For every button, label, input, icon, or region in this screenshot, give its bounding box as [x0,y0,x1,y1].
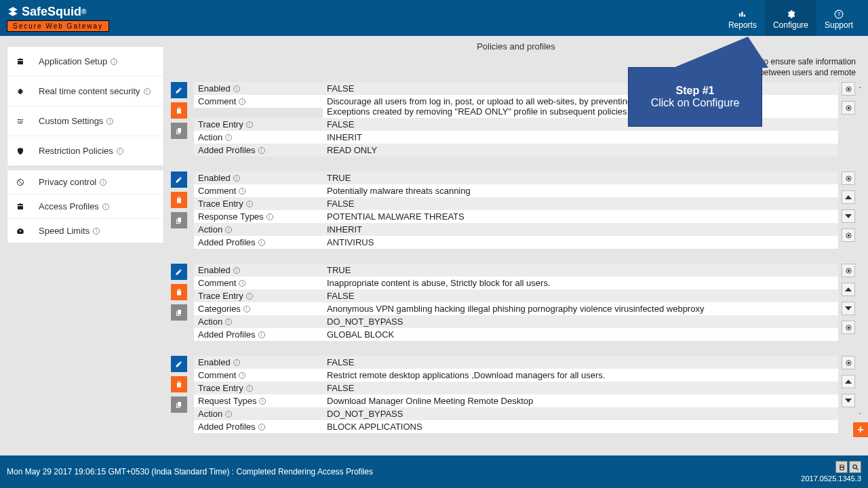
info-icon: i [258,239,265,246]
field-label: Added Profiles i [194,236,323,249]
delete-button[interactable] [171,284,187,300]
target-icon [845,104,852,112]
caret-up-icon [845,287,852,291]
scroll-bottom-indicator: ˇ [859,412,861,420]
field-label: Comment i [194,184,323,197]
info-icon: i [246,293,253,300]
field-value: FALSE [323,382,838,394]
field-label: Enabled i [194,356,323,369]
status-bar: Mon May 29 2017 19:06:15 GMT+0530 (India… [0,455,868,488]
info-icon: i [225,411,232,418]
policy-row: Added Profiles iBLOCK APPLICATIONS [194,420,838,433]
nav-support-label: Support [825,20,853,30]
target-button[interactable] [842,82,855,96]
sidebar-item-app-setup[interactable]: Application Setup i [7,47,163,77]
status-text: Mon May 29 2017 19:06:15 GMT+0530 (India… [7,467,373,476]
sliders-icon [16,117,25,125]
field-value: TRUE [323,171,838,184]
info-icon: i [233,175,240,182]
delete-button[interactable] [171,192,187,208]
move-up-button[interactable] [842,190,855,204]
target-button[interactable] [842,321,855,334]
field-label: Trace Entry i [194,118,323,131]
search-icon-button[interactable] [849,461,861,473]
edit-button[interactable] [171,171,187,188]
caret-up-icon [845,380,852,384]
move-down-button[interactable] [842,209,855,223]
ban-icon [16,178,25,186]
sidebar-item-access[interactable]: Access Profiles i [7,195,163,219]
policy-reorder [838,82,859,157]
move-up-button[interactable] [842,375,855,388]
field-label: Enabled i [194,82,323,95]
target-button[interactable] [842,228,855,242]
info-icon: i [258,331,265,338]
policy-row: Action iDO_NOT_BYPASS [194,315,838,328]
target-button[interactable] [842,101,855,115]
move-down-button[interactable] [842,302,855,315]
svg-point-13 [848,270,850,272]
info-icon: i [239,98,245,105]
info-icon: i [246,385,253,392]
sidebar-panel-1: Application Setup i Real time content se… [7,46,164,167]
search-icon [852,464,859,471]
target-button[interactable] [842,356,855,369]
nav-reports[interactable]: Reports [720,0,765,36]
field-label: Comment i [194,369,323,382]
info-icon: i [102,203,109,210]
field-value: DO_NOT_BYPASS [323,315,838,328]
field-value: INHERIT [323,131,838,144]
sidebar-item-custom[interactable]: Custom Settings i [7,106,163,136]
brand-name: SafeSquid [22,5,81,19]
svg-point-18 [852,464,856,468]
brand-reg: ® [81,8,86,16]
policy-block: Enabled iTRUEComment iPotentially malwar… [171,171,859,249]
sidebar-item-label: Access Profiles [39,201,99,211]
field-label: Response Types i [194,210,323,223]
move-down-button[interactable] [842,394,855,407]
sidebar-item-restrict[interactable]: Restriction Policies i [7,136,163,166]
scroll-top-indicator: ˆ [859,86,861,94]
info-icon: i [239,188,245,195]
copy-button[interactable] [171,212,187,228]
svg-line-19 [856,468,858,470]
field-value: Inappropriate content is abuse, Strictly… [323,277,838,289]
info-icon: i [106,118,113,125]
target-button[interactable] [842,264,855,277]
sidebar-item-realtime[interactable]: Real time content security i [7,77,163,106]
target-icon [845,232,852,239]
policy-row: Comment iPotentially malware threats sca… [194,184,838,197]
delete-button[interactable] [171,376,187,392]
policy-scroll[interactable]: Enabled iFALSEComment iDiscourage all us… [171,82,861,451]
field-label: Trace Entry i [194,382,323,394]
policy-block: Enabled iTRUEComment iInappropriate cont… [171,264,859,341]
copy-button[interactable] [171,304,187,321]
field-value: FALSE [323,289,838,302]
edit-button[interactable] [171,82,187,98]
delete-button[interactable] [171,102,187,119]
policy-actions [171,264,190,341]
target-button[interactable] [842,171,855,185]
info-icon: i [233,267,240,274]
move-up-button[interactable] [842,283,855,296]
sidebar-item-speed[interactable]: Speed Limits i [7,219,163,243]
copy-button[interactable] [171,396,187,413]
field-label: Enabled i [194,171,323,184]
field-label: Categories i [194,302,323,315]
field-value: POTENTIAL MALWARE THREATS [323,210,838,223]
info-icon: i [117,148,123,155]
add-policy-button[interactable]: + [853,422,868,437]
copy-button[interactable] [171,123,187,139]
nav-support[interactable]: ? Support [816,0,861,36]
nav-configure[interactable]: Configure [765,0,816,36]
field-label: Action i [194,407,323,420]
top-nav: Reports Configure ? Support [720,0,861,36]
save-icon-button[interactable] [835,461,848,473]
policy-row: Added Profiles iREAD ONLY [194,144,838,157]
field-value: ANTIVIRUS [323,236,838,249]
info-icon: i [93,228,100,235]
edit-button[interactable] [171,356,187,372]
info-icon: i [246,201,253,207]
sidebar-item-privacy[interactable]: Privacy control i [7,170,163,195]
edit-button[interactable] [171,264,187,280]
